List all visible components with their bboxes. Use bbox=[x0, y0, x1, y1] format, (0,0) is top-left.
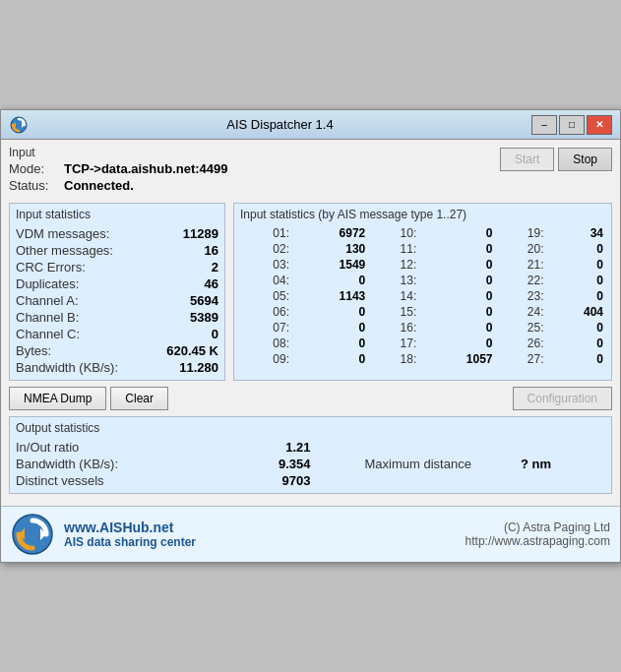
stat-label: VDM messages: bbox=[16, 226, 109, 241]
input-section: Input Mode: TCP->data.aishub.net:4499 St… bbox=[9, 146, 228, 199]
mode-value: TCP->data.aishub.net:4499 bbox=[64, 161, 228, 176]
output-stats-content: In/Out ratio 1.21 Bandwidth (KB/s): 9.35… bbox=[16, 439, 605, 489]
stat-value: 5389 bbox=[159, 310, 218, 325]
footer: www.AISHub.net AIS data sharing center (… bbox=[1, 506, 620, 562]
stat-row: Channel A: 5694 bbox=[16, 292, 218, 309]
title-bar-title: AIS Dispatcher 1.4 bbox=[29, 117, 531, 132]
aishub-logo bbox=[11, 513, 54, 556]
stat-value: 5694 bbox=[159, 293, 218, 308]
distinct-vessels-value: 9703 bbox=[252, 473, 311, 488]
footer-tagline: AIS data sharing center bbox=[64, 535, 196, 549]
msg-stats-panel: Input statistics (by AIS message type 1.… bbox=[233, 203, 612, 381]
title-bar-buttons: – □ ✕ bbox=[531, 115, 612, 135]
table-row: 06: 0 15: 0 24: 404 bbox=[240, 304, 605, 320]
bandwidth-row: Bandwidth (KB/s): 9.354 bbox=[16, 456, 311, 472]
footer-copyright: (C) Astra Paging Ltd bbox=[466, 520, 610, 534]
stat-row: Duplicates: 46 bbox=[16, 275, 218, 292]
table-row: 02: 130 11: 0 20: 0 bbox=[240, 241, 605, 257]
stat-label: Channel C: bbox=[16, 327, 80, 341]
table-row: 09: 0 18: 1057 27: 0 bbox=[240, 351, 605, 367]
output-stats-title: Output statistics bbox=[16, 421, 605, 435]
stat-value: 0 bbox=[159, 327, 218, 341]
stat-row: Bandwidth (KB/s): 11.280 bbox=[16, 359, 218, 376]
stat-row: Other messages: 16 bbox=[16, 242, 218, 259]
top-button-group: Start Stop bbox=[500, 146, 612, 171]
stat-row: Bytes: 620.45 K bbox=[16, 342, 218, 359]
stat-row: Channel B: 5389 bbox=[16, 309, 218, 326]
stat-row: Channel C: 0 bbox=[16, 326, 218, 342]
mode-label: Mode: bbox=[9, 161, 58, 176]
bandwidth-label: Bandwidth (KB/s): bbox=[16, 457, 118, 471]
configuration-button[interactable]: Configuration bbox=[513, 387, 612, 410]
footer-url: http://www.astrapaging.com bbox=[466, 534, 610, 548]
msg-stats-table: 01: 6972 10: 0 19: 34 02: 130 11: 0 bbox=[240, 225, 605, 367]
close-button[interactable]: ✕ bbox=[587, 115, 612, 135]
stat-label: Channel B: bbox=[16, 310, 79, 325]
in-out-row: In/Out ratio 1.21 bbox=[16, 439, 311, 456]
stop-button[interactable]: Stop bbox=[558, 148, 612, 171]
in-out-label: In/Out ratio bbox=[16, 440, 79, 455]
app-icon bbox=[9, 115, 29, 135]
table-row: 07: 0 16: 0 25: 0 bbox=[240, 320, 605, 336]
main-window: AIS Dispatcher 1.4 – □ ✕ Input Mode: TCP… bbox=[0, 109, 621, 563]
clear-button[interactable]: Clear bbox=[110, 387, 168, 410]
stat-value: 11289 bbox=[159, 226, 218, 241]
footer-right: (C) Astra Paging Ltd http://www.astrapag… bbox=[466, 520, 610, 548]
stat-label: Duplicates: bbox=[16, 276, 79, 291]
nmea-dump-button[interactable]: NMEA Dump bbox=[9, 387, 106, 410]
max-distance-value: ? nm bbox=[521, 457, 551, 471]
in-out-value: 1.21 bbox=[252, 440, 311, 455]
distinct-vessels-label: Distinct vessels bbox=[16, 473, 104, 488]
action-buttons-row: NMEA Dump Clear Configuration bbox=[9, 387, 612, 410]
table-row: 05: 1143 14: 0 23: 0 bbox=[240, 288, 605, 304]
stat-label: Bytes: bbox=[16, 343, 51, 358]
start-button[interactable]: Start bbox=[500, 148, 554, 171]
footer-text: www.AISHub.net AIS data sharing center bbox=[64, 519, 196, 549]
max-distance-label: Maximum distance bbox=[365, 457, 471, 471]
stat-label: Other messages: bbox=[16, 243, 113, 258]
status-value: Connected. bbox=[64, 178, 134, 193]
maximize-button[interactable]: □ bbox=[559, 115, 585, 135]
minimize-button[interactable]: – bbox=[531, 115, 557, 135]
table-row: 04: 0 13: 0 22: 0 bbox=[240, 273, 605, 288]
input-section-label: Input bbox=[9, 146, 228, 159]
table-row: 08: 0 17: 0 26: 0 bbox=[240, 336, 605, 351]
stat-label: Bandwidth (KB/s): bbox=[16, 360, 118, 375]
status-label: Status: bbox=[9, 178, 58, 193]
action-buttons-left: NMEA Dump Clear bbox=[9, 387, 168, 410]
distinct-vessels-row: Distinct vessels 9703 bbox=[16, 472, 311, 489]
stat-value: 2 bbox=[159, 260, 218, 275]
input-stats-panel: Input statistics VDM messages: 11289 Oth… bbox=[9, 203, 225, 381]
msg-stats-title: Input statistics (by AIS message type 1.… bbox=[240, 208, 605, 221]
title-bar: AIS Dispatcher 1.4 – □ ✕ bbox=[1, 110, 620, 140]
stat-label: Channel A: bbox=[16, 293, 79, 308]
stat-value: 16 bbox=[159, 243, 218, 258]
stat-row: VDM messages: 11289 bbox=[16, 225, 218, 242]
status-row: Status: Connected. bbox=[9, 178, 228, 193]
output-left-stats: In/Out ratio 1.21 Bandwidth (KB/s): 9.35… bbox=[16, 439, 311, 489]
footer-left: www.AISHub.net AIS data sharing center bbox=[11, 513, 196, 556]
stat-value: 620.45 K bbox=[159, 343, 218, 358]
output-stats-panel: Output statistics In/Out ratio 1.21 Band… bbox=[9, 416, 612, 494]
max-distance-section: Maximum distance ? nm bbox=[311, 439, 606, 489]
stat-value: 46 bbox=[159, 276, 218, 291]
stat-value: 11.280 bbox=[159, 360, 218, 375]
stat-label: CRC Errors: bbox=[16, 260, 86, 275]
stat-row: CRC Errors: 2 bbox=[16, 259, 218, 275]
mode-row: Mode: TCP->data.aishub.net:4499 bbox=[9, 161, 228, 176]
title-bar-left bbox=[9, 115, 29, 135]
input-stats-title: Input statistics bbox=[16, 208, 218, 221]
main-content: Input Mode: TCP->data.aishub.net:4499 St… bbox=[1, 140, 620, 506]
footer-website: www.AISHub.net bbox=[64, 519, 196, 535]
stats-container: Input statistics VDM messages: 11289 Oth… bbox=[9, 203, 612, 381]
table-row: 01: 6972 10: 0 19: 34 bbox=[240, 225, 605, 241]
table-row: 03: 1549 12: 0 21: 0 bbox=[240, 257, 605, 273]
bandwidth-value: 9.354 bbox=[252, 457, 311, 471]
